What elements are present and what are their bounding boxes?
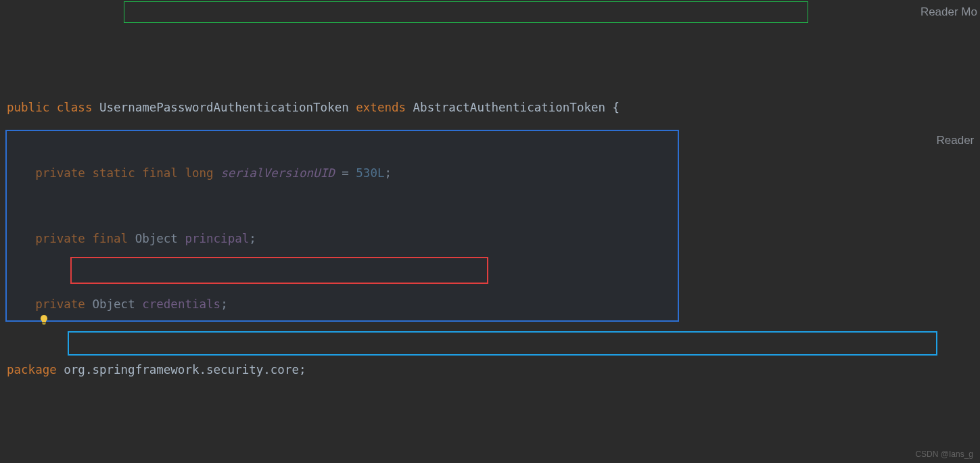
keyword-class: class: [57, 99, 99, 116]
annotation-box-green: [124, 1, 808, 23]
field-serialvid: serialVersionUID: [220, 165, 335, 182]
field-principal: principal: [185, 230, 249, 247]
keyword-long: long: [185, 165, 220, 182]
keyword-private: private: [35, 165, 92, 182]
keyword-extends: extends: [356, 99, 413, 116]
superclass-name: AbstractAuthenticationToken: [413, 99, 605, 116]
number-literal: 530L: [356, 165, 384, 182]
field-credentials: credentials: [142, 296, 220, 313]
svg-rect-0: [43, 323, 46, 324]
code-line-credentials: private Object credentials;: [7, 288, 980, 320]
keyword-public: public: [7, 99, 57, 116]
keyword-final: final: [142, 165, 185, 182]
reader-mode-button[interactable]: Reader Mo: [920, 5, 977, 19]
code-line-serialvid: private static final long serialVersionU…: [7, 157, 980, 189]
package-path: org.springframework.security.core: [64, 362, 299, 379]
code-editor[interactable]: public class UsernamePasswordAuthenticat…: [0, 54, 980, 463]
watermark-text: CSDN @Ians_g: [915, 449, 973, 459]
reader-mode-button-2[interactable]: Reader: [937, 134, 977, 147]
code-line-blank: [7, 419, 980, 452]
code-line-package: package org.springframework.security.cor…: [7, 354, 980, 386]
class-name: UsernamePasswordAuthenticationToken: [99, 99, 356, 116]
intention-bulb-icon[interactable]: [24, 301, 35, 312]
svg-rect-1: [43, 324, 45, 325]
keyword-package: package: [7, 362, 64, 379]
keyword-static: static: [92, 165, 142, 182]
brace: {: [605, 99, 620, 116]
code-line-class-decl: public class UsernamePasswordAuthenticat…: [7, 91, 980, 124]
code-line-principal: private final Object principal;: [7, 222, 980, 255]
